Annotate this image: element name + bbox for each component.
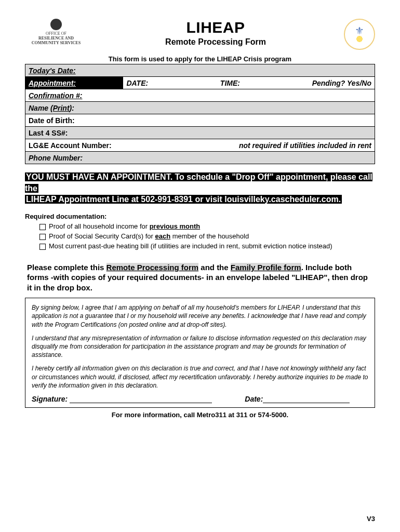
completion-instruction: Please complete this Remote Processing f… (25, 262, 375, 293)
form-fields-table: Today's Date: Appointment: DATE: TIME: P… (25, 64, 375, 164)
signature-field[interactable]: Signature: (32, 395, 229, 403)
req-doc-item: Proof of all household income for previo… (39, 222, 375, 230)
field-appointment-values[interactable]: DATE: TIME: Pending? Yes/No (123, 77, 375, 89)
field-lge[interactable]: LG&E Account Number: (25, 139, 123, 152)
field-confirmation[interactable]: Confirmation #: (25, 89, 375, 102)
cert-para-3: I hereby certify all information given o… (32, 364, 368, 390)
version-label: V3 (367, 515, 375, 523)
field-appointment-label: Appointment: (25, 77, 123, 89)
lge-note: not required if utilities included in re… (123, 139, 375, 152)
banner-line2: LIHEAP Appointment Line at 502-991-8391 … (25, 195, 342, 204)
certification-box: By signing below, I agree that I am appl… (25, 298, 375, 408)
logo-line3: COMMUNITY SERVICES (25, 41, 87, 46)
appt-date-label: DATE: (126, 79, 148, 87)
signature-date-field[interactable]: Date: (245, 395, 368, 403)
appt-pending-label: Pending? Yes/No (312, 79, 371, 87)
field-name[interactable]: Name (Print): (25, 102, 375, 114)
cert-para-2: I understand that any misrepresentation … (32, 334, 368, 360)
footer-info: For more information, call Metro311 at 3… (25, 411, 375, 419)
req-doc-item: Proof of Social Security Card(s) for eac… (39, 232, 375, 240)
appt-time-label: TIME: (220, 79, 240, 87)
agency-logo-left: OFFICE OF RESILIENCE AND COMMUNITY SERVI… (25, 19, 87, 45)
fleur-icon (353, 26, 366, 42)
field-phone[interactable]: Phone Number: (25, 152, 375, 164)
req-docs-title: Required documentation: (25, 212, 375, 220)
field-dob[interactable]: Date of Birth: (25, 114, 375, 127)
field-last4[interactable]: Last 4 SS#: (25, 127, 375, 139)
page-title: LIHEAP (87, 19, 344, 36)
header: OFFICE OF RESILIENCE AND COMMUNITY SERVI… (25, 19, 375, 50)
req-doc-item: Most current past-due heating bill (if u… (39, 242, 375, 250)
seal-icon (50, 19, 62, 30)
liheap-logo-right (344, 19, 375, 50)
field-todays-date[interactable]: Today's Date: (25, 64, 375, 77)
title-block: LIHEAP Remote Processing Form (87, 19, 344, 47)
appointment-banner: YOU MUST HAVE AN APPOINTMENT. To schedul… (25, 171, 375, 205)
intro-text: This form is used to apply for the LIHEA… (25, 55, 375, 63)
cert-para-1: By signing below, I agree that I am appl… (32, 303, 368, 329)
banner-line1: YOU MUST HAVE AN APPOINTMENT. To schedul… (25, 172, 372, 193)
page-subtitle: Remote Processing Form (87, 37, 344, 47)
required-documentation: Required documentation: Proof of all hou… (25, 212, 375, 250)
